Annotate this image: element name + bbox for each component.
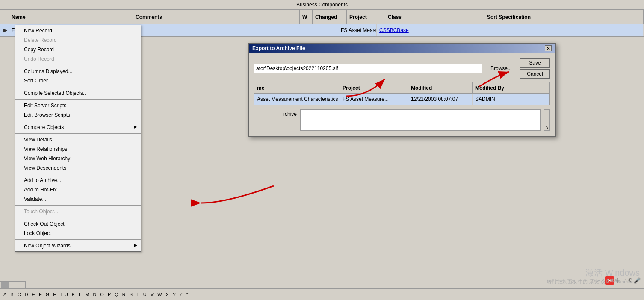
- menu-separator: [15, 99, 141, 100]
- alpha-item-W[interactable]: W: [156, 291, 163, 298]
- alpha-item-G[interactable]: G: [44, 291, 51, 298]
- dialog-title: Export to Archive File: [252, 45, 305, 51]
- scroll-indicator: [0, 281, 26, 288]
- col-header-w: W: [300, 10, 313, 24]
- menu-item-add-to-hotfix[interactable]: Add to Hot-Fix...: [15, 185, 141, 194]
- alpha-item-B[interactable]: B: [9, 291, 15, 298]
- menu-item-edit-browser-scripts[interactable]: Edit Browser Scripts: [15, 110, 141, 120]
- col-header-class: Class: [385, 10, 484, 24]
- alpha-item-Q[interactable]: Q: [113, 291, 120, 298]
- browse-button[interactable]: Browse...: [485, 64, 517, 73]
- menu-item-copy-record[interactable]: Copy Record: [15, 45, 141, 54]
- alpha-item-T[interactable]: T: [135, 291, 141, 298]
- menu-item-delete-record: Delete Record: [15, 35, 141, 45]
- menu-item-edit-server-scripts[interactable]: Edit Server Scripts: [15, 101, 141, 110]
- col-header-changed: Changed: [313, 10, 347, 24]
- alpha-item-R[interactable]: R: [121, 291, 127, 298]
- col-header-comments: Comments: [133, 10, 300, 24]
- file-path-input[interactable]: [254, 64, 482, 73]
- menu-item-view-details[interactable]: View Details: [15, 135, 141, 144]
- alpha-item-*[interactable]: *: [185, 291, 190, 298]
- menu-item-validate[interactable]: Validate...: [15, 194, 141, 204]
- menu-item-lock-object[interactable]: Lock Object: [15, 229, 141, 238]
- alpha-item-U[interactable]: U: [142, 291, 148, 298]
- row-changed: [304, 24, 338, 36]
- menu-item-undo-record: Undo Record: [15, 54, 141, 64]
- copyright-icon: ©: [628, 277, 632, 284]
- alpha-item-J[interactable]: J: [64, 291, 70, 298]
- mic-icon: 🎤: [634, 277, 641, 284]
- dialog-col-modified: Modified: [408, 82, 473, 93]
- class-link[interactable]: CSSBCBase: [379, 27, 409, 33]
- alpha-item-X[interactable]: X: [164, 291, 171, 298]
- menu-separator: [15, 121, 141, 121]
- cancel-button[interactable]: Cancel: [520, 69, 550, 79]
- dialog-textarea-row: rchive ↘: [254, 109, 550, 131]
- dialog-body: Browse... Save Cancel me Project Modifie…: [249, 53, 555, 136]
- alpha-bar: ABCDEFGHIJKLMNOPQRSTUVWXYZ*: [0, 288, 644, 300]
- menu-item-columns-displayed[interactable]: Columns Displayed...: [15, 67, 141, 76]
- dialog-bottom-textarea[interactable]: [300, 109, 541, 131]
- alpha-item-F[interactable]: F: [37, 291, 44, 298]
- dialog-close-button[interactable]: ✕: [545, 45, 552, 51]
- export-dialog: Export to Archive File ✕ Browse... Save …: [248, 43, 556, 137]
- dialog-col-modby: Modified By: [473, 82, 549, 93]
- menu-item-sort-order[interactable]: Sort Order...: [15, 76, 141, 85]
- alpha-item-P[interactable]: P: [106, 291, 112, 298]
- menu-item-view-descendents[interactable]: View Descendents: [15, 163, 141, 173]
- alpha-item-Y[interactable]: Y: [171, 291, 177, 298]
- menu-separator: [15, 205, 141, 206]
- alpha-item-M[interactable]: M: [83, 291, 91, 298]
- alpha-item-H[interactable]: H: [51, 291, 58, 298]
- alpha-item-N[interactable]: N: [91, 291, 98, 298]
- dialog-row-name: Asset Measurement Characteristics: [254, 94, 340, 105]
- resize-handle-icon: ↘: [545, 125, 549, 129]
- dialog-col-name: me: [254, 82, 340, 93]
- alpha-item-O[interactable]: O: [98, 291, 106, 298]
- title-bar: Business Components: [0, 0, 644, 10]
- alpha-item-V[interactable]: V: [149, 291, 155, 298]
- row-sort: [476, 24, 644, 36]
- menu-separator: [15, 133, 141, 134]
- save-button[interactable]: Save: [520, 58, 550, 68]
- menu-item-new-record[interactable]: New Record: [15, 26, 141, 35]
- app-title: Business Components: [296, 2, 348, 8]
- menu-separator: [15, 239, 141, 240]
- menu-item-view-relationships[interactable]: View Relationships: [15, 144, 141, 154]
- menu-item-check-out-object[interactable]: Check Out Object: [15, 219, 141, 229]
- menu-item-view-web-hierarchy[interactable]: View Web Hierarchy: [15, 154, 141, 163]
- menu-separator: [15, 65, 141, 65]
- row-project: FS Asset Measur: [338, 24, 377, 36]
- row-w: [291, 24, 304, 36]
- dialog-inner-row[interactable]: Asset Measurement Characteristics FS Ass…: [254, 94, 549, 105]
- alpha-item-I[interactable]: I: [59, 291, 63, 298]
- menu-item-new-object-wizards[interactable]: New Object Wizards...: [15, 241, 141, 250]
- csdn-watermark: CSDN@林溯: [594, 278, 619, 284]
- menu-separator: [15, 87, 141, 87]
- file-path-row: Browse... Save Cancel: [254, 58, 550, 79]
- dialog-inner-header: me Project Modified Modified By: [254, 82, 549, 94]
- alpha-item-L[interactable]: L: [77, 291, 83, 298]
- scroll-thumb: [1, 282, 9, 288]
- dot-icon: ·°·: [622, 278, 627, 284]
- menu-separator: [15, 174, 141, 174]
- alpha-item-Z[interactable]: Z: [178, 291, 184, 298]
- menu-item-compile-selected[interactable]: Compile Selected Objects..: [15, 88, 141, 98]
- alpha-item-E[interactable]: E: [30, 291, 37, 298]
- menu-item-add-to-archive[interactable]: Add to Archive...: [15, 176, 141, 185]
- row-comments: [124, 24, 291, 36]
- alpha-item-S[interactable]: S: [128, 291, 134, 298]
- alpha-item-K[interactable]: K: [70, 291, 77, 298]
- alpha-item-C[interactable]: C: [16, 291, 23, 298]
- row-class: CSSBCBase: [377, 24, 476, 36]
- dialog-title-bar: Export to Archive File ✕: [249, 44, 555, 53]
- row-arrow-icon: ▶: [0, 24, 9, 36]
- alpha-item-D[interactable]: D: [23, 291, 30, 298]
- alpha-item-A[interactable]: A: [2, 291, 8, 298]
- menu-item-compare-objects[interactable]: Compare Objects: [15, 123, 141, 132]
- dialog-row-modby: SADMIN: [473, 94, 549, 105]
- table-header: Name Comments W Changed Project Class So…: [0, 10, 644, 24]
- col-header-project: Project: [347, 10, 385, 24]
- dialog-inner-table: me Project Modified Modified By Asset Me…: [254, 82, 550, 105]
- context-menu: New RecordDelete RecordCopy RecordUndo R…: [15, 25, 141, 252]
